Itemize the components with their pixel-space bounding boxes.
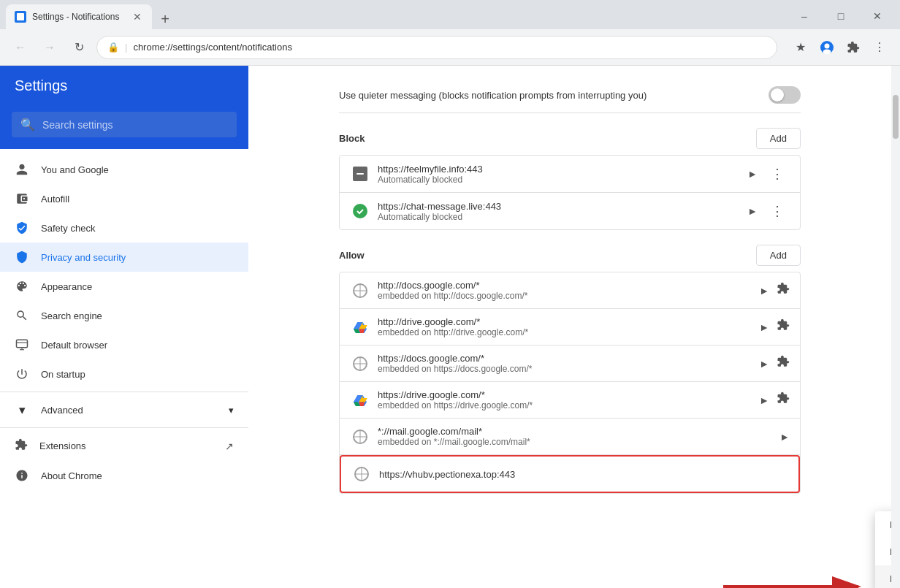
block-section-title: Block	[339, 133, 365, 144]
scrollbar-thumb[interactable]	[893, 95, 899, 139]
content-area: Use quieter messaging (blocks notificati…	[248, 66, 891, 588]
sidebar-item-you-and-google[interactable]: You and Google	[0, 155, 248, 184]
site-more-button[interactable]: ⋮	[765, 200, 790, 222]
sidebar-label: Extensions	[39, 440, 86, 451]
block-section: Block Add	[339, 128, 801, 230]
quiet-messaging-toggle[interactable]	[769, 86, 801, 104]
allow-site-item: https://drive.google.com/* embedded on h…	[340, 382, 800, 419]
sidebar-item-about-chrome[interactable]: About Chrome	[0, 461, 248, 490]
palette-icon	[15, 279, 29, 294]
scrollbar[interactable]	[891, 66, 900, 588]
autofill-icon	[15, 191, 29, 206]
site-favicon	[350, 317, 370, 337]
site-expand-arrow[interactable]: ►	[759, 285, 769, 297]
site-expand-arrow[interactable]: ►	[779, 431, 790, 443]
site-sub: embedded on https://docs.google.com/*	[378, 364, 752, 374]
forward-button[interactable]: →	[38, 36, 61, 59]
quiet-messaging-row: Use quieter messaging (blocks notificati…	[339, 77, 801, 113]
advanced-icon: ▾	[15, 402, 29, 417]
lock-icon: 🔒	[107, 42, 119, 53]
allow-site-list: http://docs.google.com/* embedded on htt…	[339, 272, 801, 494]
site-details: https://chat-message.live:443 Automatica…	[378, 201, 740, 222]
site-favicon	[350, 354, 370, 374]
site-more-button[interactable]: ⋮	[765, 163, 790, 185]
search-settings-bar[interactable]: 🔍	[12, 112, 237, 137]
block-site-list: https://feelmyfile.info:443 Automaticall…	[339, 155, 801, 230]
block-site-item: https://chat-message.live:443 Automatica…	[340, 193, 800, 229]
chevron-down-icon: ▾	[229, 405, 234, 416]
search-settings-input[interactable]	[42, 119, 228, 131]
sidebar-label: About Chrome	[41, 470, 102, 481]
sidebar-item-default-browser[interactable]: Default browser	[0, 330, 248, 359]
url-bar[interactable]: 🔒 | chrome://settings/content/notificati…	[96, 36, 777, 59]
allow-site-item: https://docs.google.com/* embedded on ht…	[340, 345, 800, 382]
maximize-button[interactable]: □	[824, 6, 858, 26]
site-url: *://mail.google.com/mail*	[378, 426, 772, 437]
extension-icon[interactable]	[842, 36, 865, 59]
sidebar-label: Search engine	[41, 310, 102, 321]
allow-section: Allow Add http://docs.google.com/*	[339, 245, 801, 494]
sidebar-nav: You and Google Autofill Safety check	[0, 149, 248, 496]
context-menu-edit[interactable]: Edit	[875, 538, 891, 565]
sidebar-item-safety-check[interactable]: Safety check	[0, 213, 248, 243]
site-details: *://mail.google.com/mail* embedded on *:…	[378, 426, 772, 447]
allow-site-item: *://mail.google.com/mail* embedded on *:…	[340, 419, 800, 455]
block-add-button[interactable]: Add	[756, 128, 801, 149]
site-expand-arrow[interactable]: ►	[759, 358, 769, 370]
sidebar-label: Appearance	[41, 281, 92, 292]
minimize-button[interactable]: –	[788, 6, 821, 26]
sidebar-item-search-engine[interactable]: Search engine	[0, 301, 248, 330]
site-sub: embedded on http://docs.google.com/*	[378, 291, 752, 301]
site-favicon	[350, 201, 370, 221]
site-url: https://chat-message.live:443	[378, 201, 740, 212]
allow-site-item-highlighted: https://vhubv.pectionexa.top:443	[340, 455, 800, 493]
puzzle-icon	[777, 392, 790, 408]
sidebar-item-advanced[interactable]: ▾ Advanced ▾	[0, 395, 248, 424]
site-expand-arrow[interactable]: ►	[747, 205, 758, 217]
svg-rect-3	[17, 340, 28, 348]
tab-favicon	[15, 11, 26, 23]
search-icon	[15, 308, 29, 323]
search-icon: 🔍	[20, 118, 35, 131]
block-site-item: https://feelmyfile.info:443 Automaticall…	[340, 156, 800, 193]
site-url: https://drive.google.com/*	[378, 389, 752, 400]
shield-blue-icon	[15, 250, 29, 264]
site-expand-arrow[interactable]: ►	[759, 394, 769, 406]
browser-tab[interactable]: Settings - Notifications ✕	[6, 4, 152, 29]
allow-add-button[interactable]: Add	[756, 245, 801, 266]
sidebar-item-privacy-security[interactable]: Privacy and security	[0, 243, 248, 272]
bookmark-icon[interactable]: ★	[789, 36, 812, 59]
sidebar-label: Safety check	[41, 223, 95, 234]
tab-close-button[interactable]: ✕	[131, 11, 143, 23]
sidebar-item-on-startup[interactable]: On startup	[0, 359, 248, 389]
allow-section-title: Allow	[339, 250, 365, 261]
context-menu-block[interactable]: Block	[875, 511, 891, 538]
context-menu: Block Edit Remove	[875, 511, 891, 588]
site-url: http://drive.google.com/*	[378, 316, 752, 327]
close-button[interactable]: ✕	[861, 6, 894, 26]
sidebar-item-extensions[interactable]: Extensions ↗	[0, 431, 248, 461]
site-sub: embedded on http://drive.google.com/*	[378, 327, 752, 337]
back-button[interactable]: ←	[9, 36, 32, 59]
site-favicon	[350, 427, 370, 447]
browser-icon	[15, 337, 29, 352]
sidebar-label: Autofill	[41, 194, 69, 205]
site-details: https://vhubv.pectionexa.top:443	[379, 469, 788, 480]
site-sub: Automatically blocked	[378, 175, 740, 185]
site-expand-arrow[interactable]: ►	[747, 168, 758, 180]
site-sub: embedded on https://drive.google.com/*	[378, 400, 752, 411]
site-favicon	[350, 164, 370, 184]
site-favicon	[350, 390, 370, 411]
sidebar-item-appearance[interactable]: Appearance	[0, 272, 248, 301]
profile-icon[interactable]	[815, 36, 839, 59]
sidebar-item-autofill[interactable]: Autofill	[0, 184, 248, 213]
more-menu-icon[interactable]: ⋮	[868, 36, 891, 59]
power-icon	[15, 367, 29, 381]
refresh-button[interactable]: ↻	[67, 36, 91, 59]
new-tab-button[interactable]: +	[155, 9, 175, 29]
context-menu-remove[interactable]: Remove	[875, 565, 891, 588]
external-link-icon: ↗	[225, 440, 234, 452]
site-expand-arrow[interactable]: ►	[759, 321, 769, 333]
site-url: https://feelmyfile.info:443	[378, 164, 740, 175]
site-details: https://docs.google.com/* embedded on ht…	[378, 353, 752, 374]
